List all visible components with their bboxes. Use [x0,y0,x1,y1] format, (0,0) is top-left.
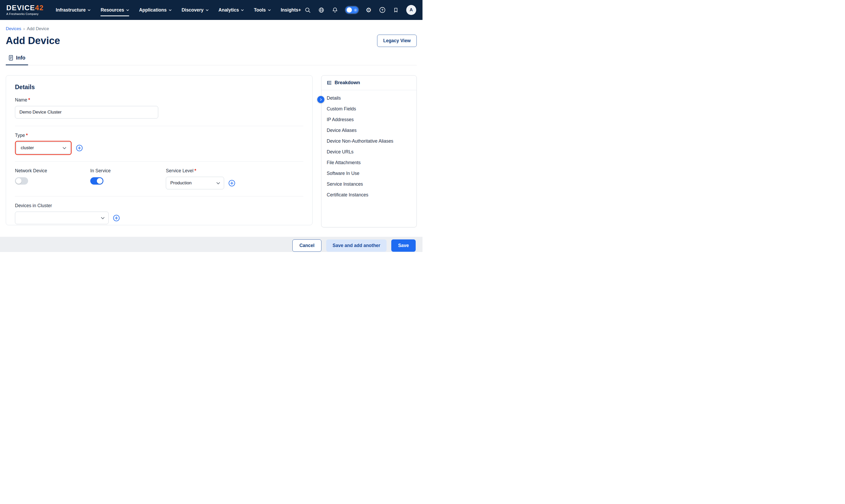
user-avatar[interactable]: A [406,5,416,15]
devices-in-cluster-label: Devices in Cluster [15,203,303,209]
nav-label: Tools [254,7,266,13]
toggle-knob [97,178,103,184]
add-type-button[interactable] [76,144,83,151]
details-section-title: Details [15,84,303,91]
nav-item-discovery[interactable]: Discovery [181,7,209,13]
add-device-page: DEVICE42 A Freshworks Company Infrastruc… [0,0,423,252]
nav-label: Insights+ [281,7,301,13]
breakdown-item-certificate-instances[interactable]: Certificate Instances [321,190,417,200]
type-select[interactable]: cluster [16,142,70,154]
required-asterisk: * [28,97,30,103]
details-card: Details Name* Type* cluster Network Devi… [6,75,313,225]
svg-text:?: ? [381,8,383,12]
save-button[interactable]: Save [391,239,416,252]
tab-bar: Info [6,55,417,65]
breakdown-item-file-attachments[interactable]: File Attachments [321,157,417,168]
breakdown-item-details[interactable]: Details [321,93,417,104]
nav-item-resources[interactable]: Resources [101,7,129,13]
chevron-down-icon [101,217,105,219]
breakdown-item-device-aliases[interactable]: Device Aliases [321,125,417,136]
chevron-down-icon [63,147,66,149]
in-service-toggle[interactable] [90,177,103,185]
breakdown-header: Breakdown [321,75,417,90]
divider [15,161,303,162]
nav-label: Applications [139,7,166,13]
nav-item-analytics[interactable]: Analytics [218,7,244,13]
nav-item-insights[interactable]: Insights+ [281,7,301,13]
breakdown-list: Details Custom Fields IP Addresses Devic… [321,90,417,203]
globe-icon[interactable] [318,7,324,13]
breadcrumb-devices-link[interactable]: Devices [6,26,21,31]
document-icon [8,55,13,60]
page-title: Add Device [6,34,60,48]
service-level-value: Production [170,180,192,186]
type-highlight-box: cluster [15,141,72,155]
chevron-down-icon [169,9,172,11]
nav-item-infrastructure[interactable]: Infrastructure [56,7,91,13]
add-service-level-button[interactable] [228,180,235,187]
breakdown-item-ip-addresses[interactable]: IP Addresses [321,114,417,125]
logo-tagline: A Freshworks Company [6,13,44,16]
search-icon[interactable] [305,7,311,13]
breakdown-item-device-non-authoritative-aliases[interactable]: Device Non-Authoritative Aliases [321,136,417,147]
nav-label: Discovery [181,7,204,13]
name-input[interactable] [15,106,158,119]
required-asterisk: * [26,133,28,138]
save-and-add-another-button[interactable]: Save and add another [326,239,387,252]
main-nav: Infrastructure Resources Applications Di… [56,0,301,20]
footer-action-bar: Cancel Save and add another Save [0,237,423,252]
logo-text: DEVICE42 [6,4,44,12]
breadcrumb-current: Add Device [27,26,49,31]
nav-label: Analytics [218,7,239,13]
help-icon[interactable]: ? [379,7,386,13]
theme-toggle[interactable] [346,6,358,13]
collapse-panel-button[interactable] [317,96,324,103]
chevron-down-icon [88,9,90,11]
bookmark-icon[interactable] [393,7,399,13]
chevron-down-icon [126,9,129,11]
breakdown-item-device-urls[interactable]: Device URLs [321,147,417,157]
chevron-down-icon [241,9,244,11]
breakdown-item-service-instances[interactable]: Service Instances [321,179,417,190]
name-label: Name* [15,97,303,103]
chevron-down-icon [216,182,220,184]
network-device-toggle[interactable] [15,177,28,185]
breadcrumb-separator: › [23,26,25,31]
required-asterisk: * [194,168,196,173]
toggle-knob [16,178,21,184]
chevron-right-icon [319,98,322,101]
chevron-down-icon [268,9,271,11]
type-label: Type* [15,132,303,138]
nav-label: Resources [101,7,124,13]
breadcrumb: Devices › Add Device [6,26,417,31]
nav-item-applications[interactable]: Applications [139,7,172,13]
device42-logo[interactable]: DEVICE42 A Freshworks Company [6,4,44,16]
breakdown-list-icon [327,80,332,85]
service-level-select[interactable]: Production [166,177,224,189]
cancel-button[interactable]: Cancel [292,239,321,252]
sun-icon [354,8,357,12]
in-service-label: In Service [90,168,166,174]
nav-label: Infrastructure [56,7,86,13]
breakdown-item-software-in-use[interactable]: Software In Use [321,168,417,179]
breakdown-title: Breakdown [335,80,360,86]
toggle-knob [347,7,352,13]
logo-accent: 42 [35,4,44,12]
notifications-bell-icon[interactable] [332,7,338,13]
devices-in-cluster-select[interactable] [15,212,109,224]
breakdown-item-custom-fields[interactable]: Custom Fields [321,104,417,114]
service-level-label: Service Level* [166,168,235,174]
settings-gear-icon[interactable]: ⚙ [366,7,372,13]
main-content: Details Name* Type* cluster Network Devi… [6,75,417,227]
tab-info[interactable]: Info [6,55,28,65]
navbar-actions: ⚙ ? A [305,5,416,15]
legacy-view-button[interactable]: Legacy View [377,35,417,47]
add-device-to-cluster-button[interactable] [113,215,120,221]
chevron-down-icon [206,9,209,11]
nav-item-tools[interactable]: Tools [254,7,270,13]
tab-info-label: Info [16,55,25,61]
network-device-label: Network Device [15,168,90,174]
type-select-value: cluster [21,145,34,150]
breakdown-panel: Breakdown Details Custom Fields IP Addre… [321,75,417,227]
title-row: Add Device Legacy View [6,34,417,48]
